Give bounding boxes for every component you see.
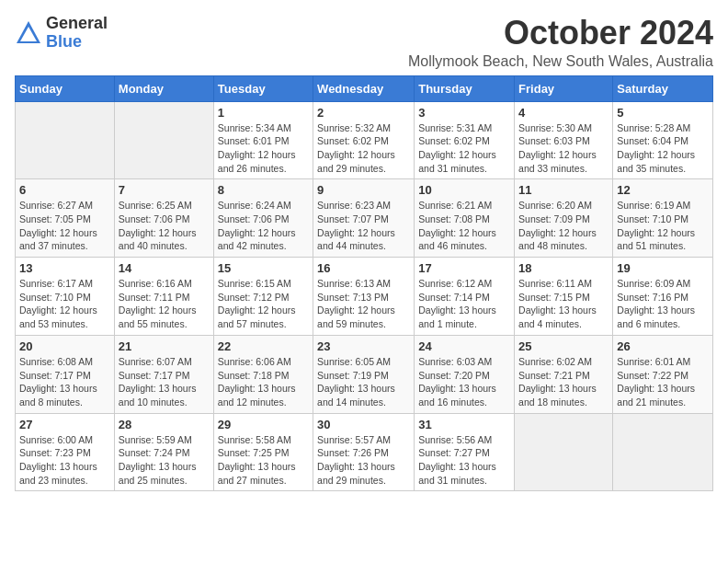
week-row-2: 6Sunrise: 6:27 AMSunset: 7:05 PMDaylight… [16,179,713,258]
calendar-cell: 29Sunrise: 5:58 AMSunset: 7:25 PMDayligh… [213,413,313,491]
day-info: Sunrise: 6:13 AMSunset: 7:13 PMDaylight:… [317,277,410,331]
day-info: Sunrise: 6:06 AMSunset: 7:18 PMDaylight:… [218,355,309,409]
calendar-cell: 12Sunrise: 6:19 AMSunset: 7:10 PMDayligh… [613,179,713,258]
calendar-cell: 3Sunrise: 5:31 AMSunset: 6:02 PMDaylight… [415,101,515,179]
week-row-3: 13Sunrise: 6:17 AMSunset: 7:10 PMDayligh… [16,258,713,336]
calendar-cell: 14Sunrise: 6:16 AMSunset: 7:11 PMDayligh… [114,258,213,336]
day-number: 12 [617,183,709,197]
day-info: Sunrise: 5:34 AMSunset: 6:01 PMDaylight:… [218,121,309,176]
calendar-cell: 24Sunrise: 6:03 AMSunset: 7:20 PMDayligh… [415,335,515,413]
calendar-cell [16,101,115,179]
day-number: 10 [418,183,510,197]
day-number: 8 [218,183,309,197]
header-day-monday: Monday [114,75,213,101]
day-number: 3 [418,106,510,120]
day-info: Sunrise: 5:56 AMSunset: 7:27 PMDaylight:… [418,433,510,488]
day-number: 17 [418,261,510,275]
header-day-friday: Friday [515,75,613,101]
day-info: Sunrise: 5:59 AMSunset: 7:24 PMDaylight:… [119,433,210,488]
header-day-tuesday: Tuesday [213,75,313,101]
day-info: Sunrise: 6:16 AMSunset: 7:11 PMDaylight:… [119,277,210,331]
day-number: 6 [19,183,110,197]
day-number: 31 [418,418,510,431]
day-number: 29 [218,418,309,431]
calendar-cell: 25Sunrise: 6:02 AMSunset: 7:21 PMDayligh… [515,335,613,413]
header-day-saturday: Saturday [613,75,713,101]
day-info: Sunrise: 6:25 AMSunset: 7:06 PMDaylight:… [119,199,210,253]
calendar-cell: 13Sunrise: 6:17 AMSunset: 7:10 PMDayligh… [16,258,115,336]
calendar-cell: 1Sunrise: 5:34 AMSunset: 6:01 PMDaylight… [213,101,313,179]
day-info: Sunrise: 6:20 AMSunset: 7:09 PMDaylight:… [518,199,609,253]
calendar-cell: 4Sunrise: 5:30 AMSunset: 6:03 PMDaylight… [515,101,613,179]
day-number: 15 [218,261,309,275]
month-title: October 2024 [408,15,713,52]
calendar-cell: 17Sunrise: 6:12 AMSunset: 7:14 PMDayligh… [415,258,515,336]
calendar-cell: 10Sunrise: 6:21 AMSunset: 7:08 PMDayligh… [415,179,515,258]
day-info: Sunrise: 6:00 AMSunset: 7:23 PMDaylight:… [19,433,110,488]
calendar-cell [613,413,713,491]
calendar-cell: 5Sunrise: 5:28 AMSunset: 6:04 PMDaylight… [613,101,713,179]
day-number: 20 [19,339,110,353]
day-info: Sunrise: 6:01 AMSunset: 7:22 PMDaylight:… [617,355,709,409]
day-number: 1 [218,106,309,120]
day-number: 11 [518,183,609,197]
calendar-body: 1Sunrise: 5:34 AMSunset: 6:01 PMDaylight… [16,101,713,491]
day-info: Sunrise: 6:21 AMSunset: 7:08 PMDaylight:… [418,199,510,253]
calendar-table: SundayMondayTuesdayWednesdayThursdayFrid… [15,75,713,492]
day-number: 25 [518,339,609,353]
calendar-cell: 18Sunrise: 6:11 AMSunset: 7:15 PMDayligh… [515,258,613,336]
title-section: October 2024 Mollymook Beach, New South … [408,15,713,70]
logo-text: General Blue [46,15,108,52]
day-number: 30 [317,418,410,431]
logo-icon [15,19,42,47]
calendar-cell: 27Sunrise: 6:00 AMSunset: 7:23 PMDayligh… [16,413,115,491]
day-number: 4 [518,106,609,120]
day-info: Sunrise: 6:17 AMSunset: 7:10 PMDaylight:… [19,277,110,331]
day-info: Sunrise: 6:09 AMSunset: 7:16 PMDaylight:… [617,277,709,331]
calendar-cell: 9Sunrise: 6:23 AMSunset: 7:07 PMDaylight… [313,179,415,258]
day-info: Sunrise: 6:15 AMSunset: 7:12 PMDaylight:… [218,277,309,331]
day-number: 13 [19,261,110,275]
day-number: 23 [317,339,410,353]
calendar-cell: 16Sunrise: 6:13 AMSunset: 7:13 PMDayligh… [313,258,415,336]
day-number: 26 [617,339,709,353]
calendar-cell [515,413,613,491]
calendar-cell: 2Sunrise: 5:32 AMSunset: 6:02 PMDaylight… [313,101,415,179]
calendar-cell: 15Sunrise: 6:15 AMSunset: 7:12 PMDayligh… [213,258,313,336]
day-info: Sunrise: 5:58 AMSunset: 7:25 PMDaylight:… [218,433,309,488]
day-info: Sunrise: 6:11 AMSunset: 7:15 PMDaylight:… [518,277,609,331]
day-number: 18 [518,261,609,275]
day-number: 9 [317,183,410,197]
day-number: 21 [119,339,210,353]
day-info: Sunrise: 6:27 AMSunset: 7:05 PMDaylight:… [19,199,110,253]
week-row-4: 20Sunrise: 6:08 AMSunset: 7:17 PMDayligh… [16,335,713,413]
calendar-header: SundayMondayTuesdayWednesdayThursdayFrid… [16,75,713,101]
week-row-5: 27Sunrise: 6:00 AMSunset: 7:23 PMDayligh… [16,413,713,491]
day-info: Sunrise: 6:02 AMSunset: 7:21 PMDaylight:… [518,355,609,409]
calendar-cell: 8Sunrise: 6:24 AMSunset: 7:06 PMDaylight… [213,179,313,258]
calendar-cell: 26Sunrise: 6:01 AMSunset: 7:22 PMDayligh… [613,335,713,413]
calendar-cell: 7Sunrise: 6:25 AMSunset: 7:06 PMDaylight… [114,179,213,258]
day-number: 5 [617,106,709,120]
day-number: 16 [317,261,410,275]
header-day-wednesday: Wednesday [313,75,415,101]
calendar-cell [114,101,213,179]
calendar-cell: 28Sunrise: 5:59 AMSunset: 7:24 PMDayligh… [114,413,213,491]
calendar-cell: 11Sunrise: 6:20 AMSunset: 7:09 PMDayligh… [515,179,613,258]
calendar-cell: 30Sunrise: 5:57 AMSunset: 7:26 PMDayligh… [313,413,415,491]
day-info: Sunrise: 6:19 AMSunset: 7:10 PMDaylight:… [617,199,709,253]
day-info: Sunrise: 6:12 AMSunset: 7:14 PMDaylight:… [418,277,510,331]
calendar-cell: 21Sunrise: 6:07 AMSunset: 7:17 PMDayligh… [114,335,213,413]
calendar-cell: 23Sunrise: 6:05 AMSunset: 7:19 PMDayligh… [313,335,415,413]
logo-general: General [46,15,108,33]
day-info: Sunrise: 6:23 AMSunset: 7:07 PMDaylight:… [317,199,410,253]
day-info: Sunrise: 6:24 AMSunset: 7:06 PMDaylight:… [218,199,309,253]
day-number: 19 [617,261,709,275]
day-number: 28 [119,418,210,431]
calendar-cell: 31Sunrise: 5:56 AMSunset: 7:27 PMDayligh… [415,413,515,491]
logo: General Blue [15,15,108,52]
day-info: Sunrise: 6:07 AMSunset: 7:17 PMDaylight:… [119,355,210,409]
day-info: Sunrise: 5:31 AMSunset: 6:02 PMDaylight:… [418,121,510,176]
header-day-sunday: Sunday [16,75,115,101]
logo-blue: Blue [46,33,108,52]
